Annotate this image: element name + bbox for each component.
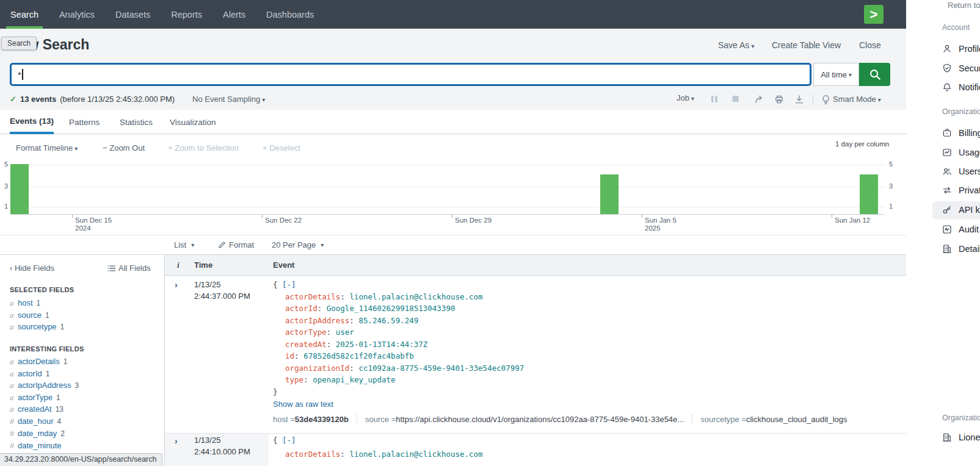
menu-item-notifications[interactable]: Notifications: [942, 82, 980, 93]
list-view-dropdown[interactable]: List▾: [174, 240, 194, 249]
field-source[interactable]: asource1: [10, 310, 49, 320]
expand-chevron-icon[interactable]: ›: [175, 280, 178, 290]
smart-mode-dropdown[interactable]: Smart Mode▾: [833, 95, 881, 104]
nav-item-datasets[interactable]: Datasets: [105, 0, 161, 29]
nav-item-reports[interactable]: Reports: [161, 0, 212, 29]
return-link[interactable]: Return to: [948, 1, 980, 10]
hide-fields-button[interactable]: ‹ Hide Fields: [10, 263, 54, 273]
app-navbar: Search Analytics Datasets Reports Alerts…: [0, 0, 906, 29]
billing-icon: [942, 127, 953, 138]
search-query-text: *: [18, 70, 21, 80]
export-icon[interactable]: [794, 95, 805, 104]
shield-check-icon: [942, 63, 953, 74]
event-sampling-dropdown[interactable]: No Event Sampling▾: [192, 95, 265, 104]
splunk-logo-icon[interactable]: >: [864, 5, 884, 24]
timeline-bar[interactable]: [600, 174, 619, 214]
field-host[interactable]: ahost1: [10, 298, 40, 308]
all-fields-button[interactable]: All Fields: [107, 263, 151, 273]
event-count: 13 events: [20, 95, 56, 104]
deselect-button[interactable]: × Deselect: [263, 143, 300, 152]
json-field: createdAt2025-01-13T14:44:37Z: [273, 340, 427, 349]
stop-icon[interactable]: [731, 95, 742, 104]
zoom-out-button[interactable]: − Zoom Out: [103, 143, 145, 152]
person-icon: [942, 43, 953, 54]
building-icon: [942, 243, 953, 254]
menu-item-api-keys[interactable]: API keys: [942, 204, 980, 215]
format-timeline-dropdown[interactable]: Format Timeline▾: [16, 143, 78, 152]
x-axis-tick: [452, 215, 452, 218]
field-date_hour[interactable]: #date_hour4: [10, 417, 61, 426]
tab-patterns[interactable]: Patterns: [69, 110, 100, 134]
event-count-detail: (before 1/13/25 2:45:32.000 PM): [60, 95, 175, 104]
event-date: 1/13/25: [194, 280, 220, 289]
search-button[interactable]: [859, 63, 890, 86]
results-tabs: Events (13) Patterns Statistics Visualiz…: [0, 110, 906, 134]
create-table-view-button[interactable]: Create Table View: [772, 40, 841, 50]
timeline-bar[interactable]: [10, 164, 29, 214]
menu-item-security[interactable]: Security: [942, 63, 980, 74]
field-createdAt[interactable]: acreatedAt13: [10, 404, 64, 414]
menu-item-organization-lionel[interactable]: Lionel: [942, 432, 980, 443]
event-time: 2:44:37.000 PM: [194, 292, 250, 301]
source-value[interactable]: https://api.clickhouse.cloud/v1/organiza…: [396, 415, 684, 424]
x-axis-tick-label: Sun Jan 12: [835, 217, 870, 224]
print-icon[interactable]: [774, 95, 785, 104]
format-dropdown[interactable]: Format: [218, 240, 254, 249]
tab-statistics[interactable]: Statistics: [120, 110, 153, 134]
menu-item-audit[interactable]: Audit: [942, 224, 979, 235]
time-range-picker[interactable]: All time▾: [813, 63, 859, 86]
collapse-toggle[interactable]: [-]: [282, 280, 296, 289]
menu-item-private-endpoints[interactable]: Private endpoints: [942, 185, 980, 196]
search-icon: [868, 68, 882, 81]
expand-chevron-icon[interactable]: ›: [175, 436, 178, 446]
chart-gridline: [10, 165, 885, 165]
menu-item-details[interactable]: Details: [942, 243, 980, 254]
column-time: Time: [194, 260, 212, 270]
nav-item-analytics[interactable]: Analytics: [49, 0, 105, 29]
field-date_minute[interactable]: #date_minute: [10, 441, 65, 450]
list-icon: [107, 265, 115, 272]
search-input[interactable]: *: [10, 63, 811, 86]
x-axis-tick-label: Sun Dec 22: [265, 217, 302, 224]
field-date_mday[interactable]: #date_mday2: [10, 429, 65, 438]
show-raw-text-link[interactable]: Show as raw text: [273, 400, 333, 409]
divider: [692, 414, 692, 424]
collapse-toggle[interactable]: [-]: [282, 436, 296, 445]
nav-item-alerts[interactable]: Alerts: [212, 0, 256, 29]
json-field: id678526d582c1f20fac4babfb: [273, 351, 414, 360]
clickhouse-settings-panel: Return to Account Profile Security Notif…: [910, 0, 980, 466]
save-as-button[interactable]: Save As▾: [718, 40, 754, 50]
json-field: actorDetailslionel.palacin@clickhouse.co…: [273, 292, 483, 301]
job-menu[interactable]: Job▾: [677, 93, 694, 102]
menu-item-billing[interactable]: Billing: [942, 127, 980, 138]
json-close: }: [273, 387, 278, 396]
field-actorDetails[interactable]: aactorDetails1: [10, 357, 67, 367]
field-actorId[interactable]: aactorId1: [10, 369, 49, 379]
chevron-down-icon: ▾: [74, 145, 78, 152]
zoom-to-selection-button[interactable]: + Zoom to Selection: [168, 143, 239, 152]
key-icon: [942, 204, 953, 215]
timeline-bar[interactable]: [860, 174, 878, 214]
menu-item-users[interactable]: Users: [942, 166, 980, 177]
field-actorIpAddress[interactable]: aactorIpAddress3: [10, 381, 79, 390]
chevron-down-icon: ▾: [751, 43, 754, 49]
tab-events[interactable]: Events (13): [10, 110, 54, 134]
nav-item-search[interactable]: Search: [0, 0, 49, 29]
menu-item-profile[interactable]: Profile: [942, 43, 980, 54]
pause-icon[interactable]: [710, 95, 721, 104]
close-button[interactable]: Close: [859, 40, 881, 50]
menu-item-usage[interactable]: Usage: [942, 147, 980, 158]
per-page-dropdown[interactable]: 20 Per Page▾: [272, 240, 324, 249]
timeline-chart: [10, 160, 885, 215]
host-value[interactable]: 53de4339120b: [295, 415, 349, 424]
row-divider: [165, 433, 906, 434]
nav-item-dashboards[interactable]: Dashboards: [256, 0, 324, 29]
y-axis-tick-label: 5: [889, 160, 893, 168]
field-sourcetype[interactable]: asourcetype1: [10, 322, 64, 332]
field-actorType[interactable]: aactorType1: [10, 393, 60, 403]
sourcetype-label: sourcetype: [700, 415, 746, 424]
tab-visualization[interactable]: Visualization: [170, 110, 216, 134]
y-axis-tick-label: 3: [1, 182, 8, 190]
sourcetype-value[interactable]: clickhouse_cloud_audit_logs: [746, 415, 848, 424]
share-icon[interactable]: [754, 95, 765, 104]
